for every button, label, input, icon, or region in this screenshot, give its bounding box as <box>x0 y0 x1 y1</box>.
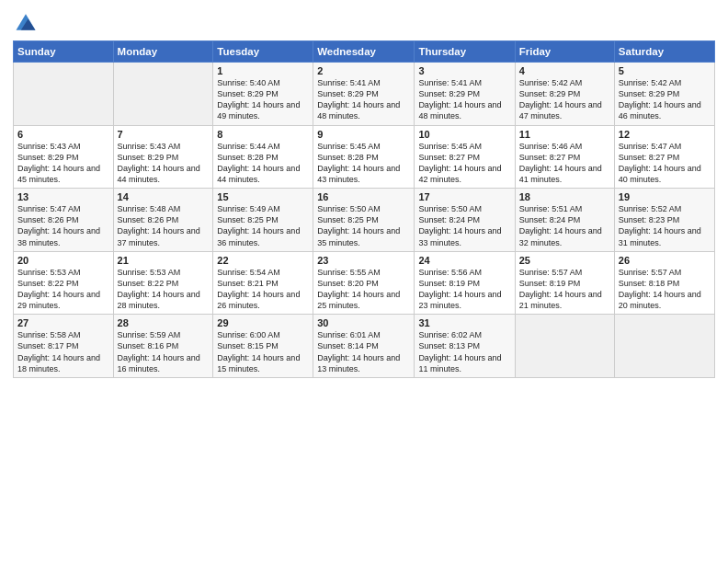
cell-info: Sunrise: 5:40 AM Sunset: 8:29 PM Dayligh… <box>217 77 309 122</box>
calendar-cell: 23Sunrise: 5:55 AM Sunset: 8:20 PM Dayli… <box>313 251 415 315</box>
cell-info: Sunrise: 5:56 AM Sunset: 8:19 PM Dayligh… <box>418 267 510 312</box>
day-number: 22 <box>217 255 309 266</box>
calendar-cell: 12Sunrise: 5:47 AM Sunset: 8:27 PM Dayli… <box>614 125 714 189</box>
calendar-cell: 22Sunrise: 5:54 AM Sunset: 8:21 PM Dayli… <box>213 251 313 315</box>
calendar-cell: 29Sunrise: 6:00 AM Sunset: 8:15 PM Dayli… <box>213 315 313 378</box>
day-number: 13 <box>17 191 109 202</box>
day-number: 14 <box>118 191 210 202</box>
cell-info: Sunrise: 6:02 AM Sunset: 8:13 PM Dayligh… <box>418 329 510 374</box>
logo-icon <box>13 9 39 35</box>
cell-info: Sunrise: 5:46 AM Sunset: 8:27 PM Dayligh… <box>519 141 610 186</box>
cell-info: Sunrise: 5:58 AM Sunset: 8:17 PM Dayligh… <box>17 329 109 374</box>
day-number: 26 <box>619 255 711 266</box>
day-number: 9 <box>317 129 410 140</box>
calendar-cell: 27Sunrise: 5:58 AM Sunset: 8:17 PM Dayli… <box>14 315 114 378</box>
calendar-cell <box>515 315 614 378</box>
cell-info: Sunrise: 6:00 AM Sunset: 8:15 PM Dayligh… <box>217 329 309 374</box>
cell-info: Sunrise: 5:51 AM Sunset: 8:24 PM Dayligh… <box>519 203 610 248</box>
cell-info: Sunrise: 5:54 AM Sunset: 8:21 PM Dayligh… <box>217 267 309 312</box>
calendar-cell: 13Sunrise: 5:47 AM Sunset: 8:26 PM Dayli… <box>14 189 114 252</box>
calendar-cell: 11Sunrise: 5:46 AM Sunset: 8:27 PM Dayli… <box>515 125 614 189</box>
day-number: 25 <box>519 255 610 266</box>
calendar-cell: 19Sunrise: 5:52 AM Sunset: 8:23 PM Dayli… <box>614 189 714 252</box>
day-number: 10 <box>418 129 510 140</box>
calendar-cell: 24Sunrise: 5:56 AM Sunset: 8:19 PM Dayli… <box>415 251 515 315</box>
weekday-header: Friday <box>515 41 614 63</box>
calendar-cell: 3Sunrise: 5:41 AM Sunset: 8:29 PM Daylig… <box>415 63 515 126</box>
cell-info: Sunrise: 5:57 AM Sunset: 8:19 PM Dayligh… <box>519 267 610 312</box>
day-number: 18 <box>519 191 610 202</box>
day-number: 16 <box>317 191 410 202</box>
calendar-cell: 2Sunrise: 5:41 AM Sunset: 8:29 PM Daylig… <box>313 63 415 126</box>
calendar-cell: 17Sunrise: 5:50 AM Sunset: 8:24 PM Dayli… <box>415 189 515 252</box>
weekday-header: Wednesday <box>313 41 415 63</box>
weekday-header: Monday <box>113 41 213 63</box>
cell-info: Sunrise: 5:43 AM Sunset: 8:29 PM Dayligh… <box>17 141 109 186</box>
header <box>13 9 715 35</box>
cell-info: Sunrise: 5:41 AM Sunset: 8:29 PM Dayligh… <box>418 77 510 122</box>
day-number: 29 <box>217 317 309 328</box>
cell-info: Sunrise: 5:42 AM Sunset: 8:29 PM Dayligh… <box>519 77 610 122</box>
cell-info: Sunrise: 5:52 AM Sunset: 8:23 PM Dayligh… <box>619 203 711 248</box>
cell-info: Sunrise: 5:49 AM Sunset: 8:25 PM Dayligh… <box>217 203 309 248</box>
page: SundayMondayTuesdayWednesdayThursdayFrid… <box>0 0 728 563</box>
day-number: 1 <box>217 65 309 76</box>
calendar-cell <box>113 63 213 126</box>
day-number: 24 <box>418 255 510 266</box>
cell-info: Sunrise: 5:44 AM Sunset: 8:28 PM Dayligh… <box>217 141 309 186</box>
calendar-cell: 14Sunrise: 5:48 AM Sunset: 8:26 PM Dayli… <box>113 189 213 252</box>
day-number: 27 <box>17 317 109 328</box>
cell-info: Sunrise: 5:50 AM Sunset: 8:24 PM Dayligh… <box>418 203 510 248</box>
day-number: 5 <box>619 65 711 76</box>
cell-info: Sunrise: 5:48 AM Sunset: 8:26 PM Dayligh… <box>118 203 210 248</box>
calendar-week-row: 1Sunrise: 5:40 AM Sunset: 8:29 PM Daylig… <box>14 63 715 126</box>
weekday-header: Saturday <box>614 41 714 63</box>
calendar-cell: 10Sunrise: 5:45 AM Sunset: 8:27 PM Dayli… <box>415 125 515 189</box>
cell-info: Sunrise: 5:47 AM Sunset: 8:26 PM Dayligh… <box>17 203 109 248</box>
cell-info: Sunrise: 5:41 AM Sunset: 8:29 PM Dayligh… <box>317 77 410 122</box>
day-number: 31 <box>418 317 510 328</box>
cell-info: Sunrise: 5:45 AM Sunset: 8:27 PM Dayligh… <box>418 141 510 186</box>
calendar-cell: 7Sunrise: 5:43 AM Sunset: 8:29 PM Daylig… <box>113 125 213 189</box>
day-number: 3 <box>418 65 510 76</box>
day-number: 8 <box>217 129 309 140</box>
day-number: 7 <box>118 129 210 140</box>
day-number: 6 <box>17 129 109 140</box>
calendar-week-row: 13Sunrise: 5:47 AM Sunset: 8:26 PM Dayli… <box>14 189 715 252</box>
calendar-cell: 30Sunrise: 6:01 AM Sunset: 8:14 PM Dayli… <box>313 315 415 378</box>
calendar-cell: 28Sunrise: 5:59 AM Sunset: 8:16 PM Dayli… <box>113 315 213 378</box>
calendar-cell: 4Sunrise: 5:42 AM Sunset: 8:29 PM Daylig… <box>515 63 614 126</box>
weekday-header: Tuesday <box>213 41 313 63</box>
calendar-cell: 5Sunrise: 5:42 AM Sunset: 8:29 PM Daylig… <box>614 63 714 126</box>
calendar-cell: 21Sunrise: 5:53 AM Sunset: 8:22 PM Dayli… <box>113 251 213 315</box>
day-number: 11 <box>519 129 610 140</box>
calendar-cell: 1Sunrise: 5:40 AM Sunset: 8:29 PM Daylig… <box>213 63 313 126</box>
cell-info: Sunrise: 5:43 AM Sunset: 8:29 PM Dayligh… <box>118 141 210 186</box>
logo <box>13 9 40 35</box>
day-number: 2 <box>317 65 410 76</box>
cell-info: Sunrise: 5:57 AM Sunset: 8:18 PM Dayligh… <box>619 267 711 312</box>
day-number: 19 <box>619 191 711 202</box>
day-number: 4 <box>519 65 610 76</box>
weekday-header: Sunday <box>14 41 114 63</box>
cell-info: Sunrise: 5:47 AM Sunset: 8:27 PM Dayligh… <box>619 141 711 186</box>
calendar-cell <box>614 315 714 378</box>
day-number: 28 <box>118 317 210 328</box>
calendar-cell: 6Sunrise: 5:43 AM Sunset: 8:29 PM Daylig… <box>14 125 114 189</box>
day-number: 30 <box>317 317 410 328</box>
cell-info: Sunrise: 5:42 AM Sunset: 8:29 PM Dayligh… <box>619 77 711 122</box>
cell-info: Sunrise: 5:53 AM Sunset: 8:22 PM Dayligh… <box>118 267 210 312</box>
calendar-header-row: SundayMondayTuesdayWednesdayThursdayFrid… <box>14 41 715 63</box>
cell-info: Sunrise: 5:55 AM Sunset: 8:20 PM Dayligh… <box>317 267 410 312</box>
day-number: 12 <box>619 129 711 140</box>
cell-info: Sunrise: 5:45 AM Sunset: 8:28 PM Dayligh… <box>317 141 410 186</box>
cell-info: Sunrise: 5:59 AM Sunset: 8:16 PM Dayligh… <box>118 329 210 374</box>
calendar-cell <box>14 63 114 126</box>
calendar-week-row: 20Sunrise: 5:53 AM Sunset: 8:22 PM Dayli… <box>14 251 715 315</box>
calendar-cell: 8Sunrise: 5:44 AM Sunset: 8:28 PM Daylig… <box>213 125 313 189</box>
calendar-cell: 31Sunrise: 6:02 AM Sunset: 8:13 PM Dayli… <box>415 315 515 378</box>
calendar-week-row: 6Sunrise: 5:43 AM Sunset: 8:29 PM Daylig… <box>14 125 715 189</box>
calendar-cell: 20Sunrise: 5:53 AM Sunset: 8:22 PM Dayli… <box>14 251 114 315</box>
calendar-cell: 16Sunrise: 5:50 AM Sunset: 8:25 PM Dayli… <box>313 189 415 252</box>
calendar-week-row: 27Sunrise: 5:58 AM Sunset: 8:17 PM Dayli… <box>14 315 715 378</box>
